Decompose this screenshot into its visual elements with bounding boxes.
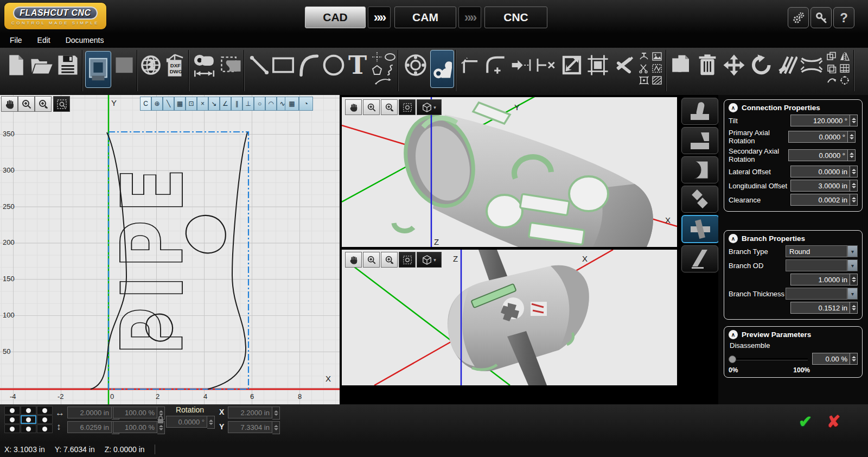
snap-tangent-button[interactable]: ○ [254, 97, 265, 111]
kiss-joint-button[interactable] [681, 186, 718, 213]
shapes-pipe-joint-button[interactable] [430, 50, 454, 88]
branch-od-select[interactable] [786, 259, 847, 271]
disassemble-input[interactable]: 0.00 % [812, 353, 850, 365]
pipe-dimensions-button[interactable] [193, 52, 218, 79]
zoom-window-button[interactable] [381, 252, 398, 268]
pan-button[interactable] [1, 96, 18, 112]
import-dxf-button[interactable]: DXFDWG [164, 52, 186, 78]
modify-extend-button[interactable] [510, 54, 533, 76]
pan-button[interactable] [345, 99, 362, 115]
modify-trim-button[interactable] [535, 54, 558, 76]
y-position-input[interactable]: 7.3304 in [228, 421, 272, 433]
disassemble-slider[interactable] [729, 355, 808, 363]
anchor-cell[interactable] [4, 406, 20, 415]
modify-scale-button[interactable] [560, 53, 584, 77]
anchor-cell[interactable] [37, 415, 53, 424]
transform-offset-button[interactable] [826, 63, 838, 74]
snap-center-button[interactable]: ⊕ [151, 97, 163, 111]
snap-grid-button[interactable]: ▦ [174, 97, 186, 111]
snap-nearest-button[interactable]: ↘ [208, 97, 220, 111]
dropdown-button[interactable]: ▾ [847, 288, 858, 300]
cancel-button[interactable]: ✘ [827, 412, 840, 431]
modify-edit-tools-button[interactable] [612, 53, 636, 77]
create-spline-button[interactable] [384, 64, 396, 76]
accept-button[interactable]: ✔ [799, 412, 812, 431]
branch-thickness-select[interactable] [786, 288, 847, 300]
create-curve-button[interactable] [373, 76, 394, 86]
snap-corner-button[interactable]: ⊡ [186, 97, 197, 111]
view-3d-assembly[interactable]: Z X ▾ [341, 249, 678, 386]
menu-file[interactable]: File [0, 36, 30, 45]
license-button[interactable] [810, 7, 832, 28]
slant-joint-button[interactable] [681, 245, 718, 272]
butt-joint-button[interactable] [681, 98, 718, 125]
snap-perpendicular-button[interactable]: ⊥ [242, 97, 254, 111]
zoom-extents-button[interactable] [53, 96, 70, 112]
slider-thumb[interactable] [729, 356, 736, 363]
help-button[interactable]: ? [833, 7, 854, 28]
collapse-section-button[interactable]: ∧ [729, 103, 738, 112]
transform-array-button[interactable] [839, 63, 851, 74]
zoom-in-button[interactable] [363, 99, 380, 115]
pipe-cutout-button[interactable] [220, 54, 242, 76]
pan-button[interactable] [345, 252, 362, 268]
branch-od-input[interactable]: 1.0000 in [790, 274, 850, 285]
anchor-cell[interactable] [21, 406, 36, 415]
menu-documents[interactable]: Documents [58, 36, 112, 45]
modify-text-arc-button[interactable] [638, 51, 650, 62]
clearance-input[interactable]: 0.0002 in [790, 194, 850, 206]
dropdown-button[interactable]: ▾ [847, 259, 858, 271]
cam-to-cnc-button[interactable]: »» [458, 7, 481, 28]
lateral-offset-input[interactable]: 0.0000 in [790, 166, 850, 177]
cnc-mode-button[interactable]: CNC [484, 7, 547, 28]
primary-axial-rotation-input[interactable]: 0.0000 ° [788, 131, 848, 143]
snap-intersection-button[interactable]: × [197, 97, 208, 111]
transform-skew-button[interactable] [776, 52, 799, 78]
save-file-button[interactable] [56, 53, 79, 77]
spinner[interactable] [850, 115, 858, 126]
snap-parallel-button[interactable]: ∥ [231, 97, 242, 111]
zoom-window-button[interactable] [381, 99, 398, 115]
spinner[interactable] [850, 194, 858, 206]
menu-edit[interactable]: Edit [30, 36, 58, 45]
grid-toggle-button[interactable]: ▦ [285, 97, 299, 111]
create-rectangle-button[interactable] [271, 54, 295, 76]
settings-button[interactable] [788, 7, 809, 28]
create-polygon-button[interactable] [371, 64, 383, 76]
cad-2d-viewport[interactable]: PIPE X Y 350 300 250 200 150 100 50 -4 -… [0, 95, 341, 404]
branch-thickness-input[interactable]: 0.1512 in [790, 302, 850, 314]
branch-type-select[interactable]: Round [786, 245, 847, 257]
create-text-button[interactable]: T [346, 51, 369, 79]
secondary-axial-rotation-input[interactable]: 0.0000 ° [788, 149, 848, 161]
snap-endpoint-button[interactable]: ╲ [163, 97, 174, 111]
transform-move-button[interactable] [722, 52, 746, 78]
miter-joint-button[interactable] [681, 127, 718, 154]
rotation-input[interactable]: 0.0000 ° [166, 416, 207, 428]
import-graphic-button[interactable] [140, 53, 162, 77]
transform-delete-button[interactable] [697, 52, 718, 78]
spinner[interactable] [850, 302, 858, 314]
create-point-button[interactable] [371, 51, 383, 63]
anchor-cell[interactable] [21, 424, 36, 433]
longitudinal-offset-input[interactable]: 3.0000 in [790, 180, 850, 192]
transform-mirror-button[interactable] [839, 51, 851, 62]
modify-cut-button[interactable] [638, 63, 650, 74]
snap-arc-button[interactable]: C [140, 97, 151, 111]
open-file-button[interactable] [30, 53, 54, 77]
snap-angle-button[interactable]: ∠ [220, 97, 231, 111]
cad-to-cam-button[interactable]: »» [368, 7, 391, 28]
collapse-section-button[interactable]: ∧ [729, 234, 738, 243]
x-position-input[interactable]: 2.2000 in [228, 407, 272, 418]
feature-type-2d-button[interactable] [85, 51, 111, 88]
zoom-extents-button[interactable] [399, 99, 416, 115]
modify-raster-button[interactable] [651, 51, 663, 62]
width-percent-input[interactable]: 100.00 % [113, 407, 157, 418]
dropdown-button[interactable]: ▾ [847, 245, 858, 257]
spinner[interactable] [850, 274, 858, 285]
view-cube-button[interactable]: ▾ [417, 99, 442, 115]
transform-polar-array-button[interactable] [839, 75, 851, 86]
anchor-cell[interactable] [4, 424, 20, 433]
create-ellipse-button[interactable] [384, 51, 396, 63]
height-input[interactable]: 6.0259 in [67, 421, 112, 433]
modify-fillet-button[interactable] [484, 53, 508, 77]
